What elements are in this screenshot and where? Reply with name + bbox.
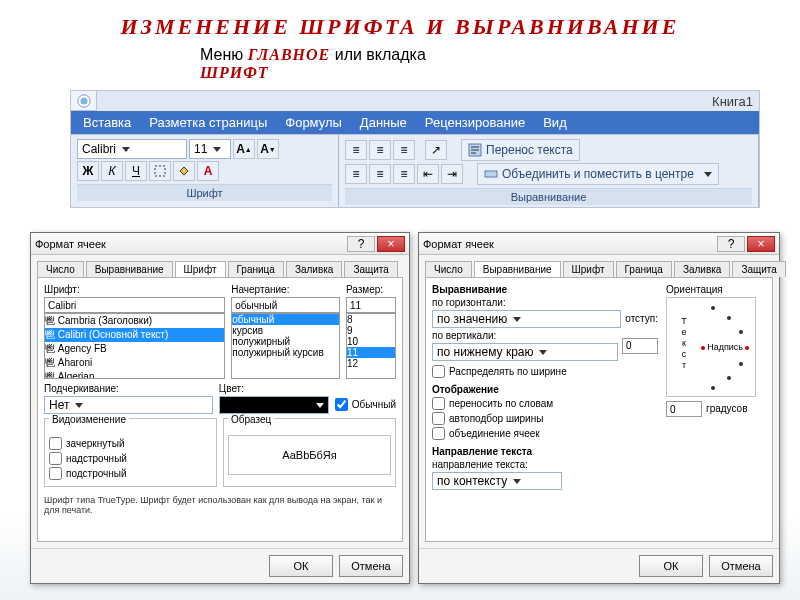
bold-label: Ж xyxy=(83,164,94,178)
sample-box: АаВbБбЯя xyxy=(228,435,391,475)
normal-checkbox[interactable]: Обычный xyxy=(335,397,396,412)
align-middle-button[interactable]: ≡ xyxy=(369,140,391,160)
align-bottom-button[interactable]: ≡ xyxy=(393,140,415,160)
cancel-button[interactable]: Отмена xyxy=(339,555,403,577)
help-button[interactable]: ? xyxy=(347,236,375,252)
cancel-button[interactable]: Отмена xyxy=(709,555,773,577)
orientation-dial[interactable]: Текст Надпись xyxy=(666,297,756,397)
tab-fill[interactable]: Заливка xyxy=(674,261,731,277)
group-align-label: Выравнивание xyxy=(345,188,752,205)
fill-color-button[interactable] xyxy=(173,161,195,181)
list-item[interactable]: 鬯 Aharoni xyxy=(45,356,224,370)
help-button[interactable]: ? xyxy=(717,236,745,252)
list-item[interactable]: 11 xyxy=(347,347,395,358)
ribbon: Книга1 Вставка Разметка страницы Формулы… xyxy=(70,90,760,208)
font-input[interactable] xyxy=(44,297,225,313)
font-note: Шрифт типа TrueType. Шрифт будет использ… xyxy=(44,495,396,515)
shrink-checkbox[interactable]: автоподбор ширины xyxy=(432,412,658,425)
list-item[interactable]: курсив xyxy=(232,325,339,336)
tab-font[interactable]: Шрифт xyxy=(563,261,614,277)
textdir-sub-label: направление текста: xyxy=(432,459,658,470)
border-button[interactable] xyxy=(149,161,171,181)
textdir-combo[interactable]: по контексту xyxy=(432,472,562,490)
tab-data[interactable]: Данные xyxy=(360,115,407,130)
size-combo[interactable]: 11 xyxy=(189,139,231,159)
font-list[interactable]: 鬯 Cambria (Заголовки) 鬯 Calibri (Основно… xyxy=(44,313,225,379)
normal-check[interactable] xyxy=(335,398,348,411)
align-center-button[interactable]: ≡ xyxy=(369,164,391,184)
dialog-titlebar[interactable]: Формат ячеек ? × xyxy=(419,233,779,255)
grow-font-button[interactable]: A▲ xyxy=(233,139,255,159)
list-item[interactable]: обычный xyxy=(232,314,339,325)
underline-combo[interactable]: Нет xyxy=(44,396,213,414)
subscript-checkbox[interactable]: подстрочный xyxy=(49,467,212,480)
align-top-button[interactable]: ≡ xyxy=(345,140,367,160)
shrink-font-button[interactable]: A▼ xyxy=(257,139,279,159)
wrap-text-button[interactable]: Перенос текста xyxy=(461,139,580,161)
list-item[interactable]: 鬯 Calibri (Основной текст) xyxy=(45,328,224,342)
size-input[interactable] xyxy=(346,297,396,313)
merge-checkbox[interactable]: объединение ячеек xyxy=(432,427,658,440)
tab-protection[interactable]: Защита xyxy=(344,261,397,277)
tab-insert[interactable]: Вставка xyxy=(83,115,131,130)
list-item[interactable]: 9 xyxy=(347,325,395,336)
merge-center-button[interactable]: Объединить и поместить в центре xyxy=(477,163,719,185)
wrap-checkbox[interactable]: переносить по словам xyxy=(432,397,658,410)
horizontal-combo[interactable]: по значению xyxy=(432,310,621,328)
strike-checkbox[interactable]: зачеркнутый xyxy=(49,437,212,450)
indent-decrease-button[interactable]: ⇤ xyxy=(417,164,439,184)
list-item[interactable]: полужирный xyxy=(232,336,339,347)
tab-border[interactable]: Граница xyxy=(228,261,284,277)
ok-button[interactable]: ОК xyxy=(269,555,333,577)
orientation-button[interactable]: ↗ xyxy=(425,140,447,160)
dialog-titlebar[interactable]: Формат ячеек ? × xyxy=(31,233,409,255)
tab-fill[interactable]: Заливка xyxy=(286,261,343,277)
tab-protection[interactable]: Защита xyxy=(732,261,785,277)
tab-review[interactable]: Рецензирование xyxy=(425,115,525,130)
close-button[interactable]: × xyxy=(377,236,405,252)
indent-increase-button[interactable]: ⇥ xyxy=(441,164,463,184)
tab-number[interactable]: Число xyxy=(425,261,472,277)
list-item[interactable]: 鬯 Algerian xyxy=(45,370,224,379)
tab-alignment[interactable]: Выравнивание xyxy=(86,261,173,277)
style-input[interactable] xyxy=(231,297,340,313)
tab-number[interactable]: Число xyxy=(37,261,84,277)
color-combo[interactable] xyxy=(219,396,329,414)
merge-center-label: Объединить и поместить в центре xyxy=(502,167,694,181)
tab-formulas[interactable]: Формулы xyxy=(285,115,342,130)
bold-button[interactable]: Ж xyxy=(77,161,99,181)
list-item[interactable]: 鬯 Cambria (Заголовки) xyxy=(45,314,224,328)
indent-spinner[interactable] xyxy=(622,338,658,354)
list-item[interactable]: 10 xyxy=(347,336,395,347)
list-item[interactable]: 鬯 Agency FB xyxy=(45,342,224,356)
format-cells-dialog-font: Формат ячеек ? × Число Выравнивание Шриф… xyxy=(30,232,410,584)
size-list[interactable]: 8 9 10 11 12 xyxy=(346,313,396,379)
degrees-spinner[interactable] xyxy=(666,401,702,417)
close-button[interactable]: × xyxy=(747,236,775,252)
list-item[interactable]: полужирный курсив xyxy=(232,347,339,358)
align-left-button[interactable]: ≡ xyxy=(345,164,367,184)
alignment-section-label: Выравнивание xyxy=(432,284,658,295)
align-right-button[interactable]: ≡ xyxy=(393,164,415,184)
ok-button[interactable]: ОК xyxy=(639,555,703,577)
office-button[interactable] xyxy=(71,91,97,111)
group-alignment: ≡ ≡ ≡ ↗ Перенос текста ≡ ≡ ≡ ⇤ ⇥ xyxy=(339,135,759,207)
list-item[interactable]: 12 xyxy=(347,358,395,369)
underline-button[interactable]: Ч xyxy=(125,161,147,181)
justify-distributed-checkbox[interactable]: Распределять по ширине xyxy=(432,365,658,378)
italic-button[interactable]: К xyxy=(101,161,123,181)
tab-view[interactable]: Вид xyxy=(543,115,567,130)
tab-alignment[interactable]: Выравнивание xyxy=(474,261,561,277)
normal-chk-label: Обычный xyxy=(352,399,396,410)
tab-border[interactable]: Граница xyxy=(616,261,672,277)
superscript-checkbox[interactable]: надстрочный xyxy=(49,452,212,465)
style-list[interactable]: обычный курсив полужирный полужирный кур… xyxy=(231,313,340,379)
tab-page-layout[interactable]: Разметка страницы xyxy=(149,115,267,130)
font-color-button[interactable]: A xyxy=(197,161,219,181)
list-item[interactable]: 8 xyxy=(347,314,395,325)
font-combo[interactable]: Calibri xyxy=(77,139,187,159)
document-name: Книга1 xyxy=(712,94,753,109)
tab-font[interactable]: Шрифт xyxy=(175,261,226,277)
group-font-label: Шрифт xyxy=(77,184,332,201)
vertical-combo[interactable]: по нижнему краю xyxy=(432,343,618,361)
